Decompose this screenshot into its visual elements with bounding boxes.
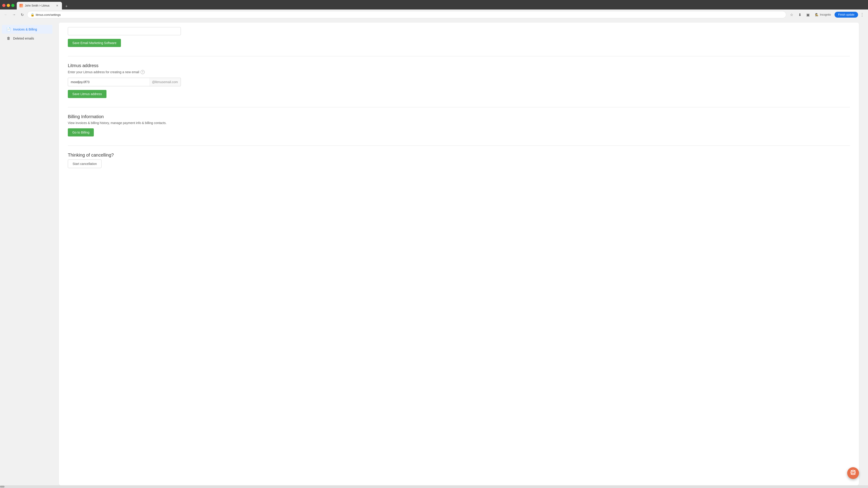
active-tab[interactable]: John Smith > Litmus ✕ <box>17 2 62 9</box>
litmus-address-suffix: @litmusemail.com <box>149 78 181 86</box>
forward-button[interactable]: → <box>11 11 17 18</box>
toolbar-actions: ☆ ⬇ ▣ 🕵 Incognito Finish update ⋮ <box>788 11 865 18</box>
title-bar: John Smith > Litmus ✕ + <box>0 0 868 9</box>
lock-icon: 🔒 <box>31 13 34 17</box>
litmus-address-description: Enter your Litmus address for creating a… <box>68 70 850 74</box>
litmus-address-input[interactable] <box>68 78 149 86</box>
litmus-address-section: Litmus address Enter your Litmus address… <box>68 63 850 98</box>
new-tab-button[interactable]: + <box>63 3 70 9</box>
maximize-window-button[interactable] <box>11 4 14 7</box>
svg-point-1 <box>852 471 854 474</box>
divider-1 <box>68 56 850 56</box>
divider-3 <box>68 145 850 146</box>
download-button[interactable]: ⬇ <box>796 11 803 18</box>
sidebar-item-invoices-billing[interactable]: 📄 Invoices & Billing <box>2 25 53 34</box>
top-section: Save Email Marketing Software <box>68 27 850 47</box>
main-content: Save Email Marketing Software Litmus add… <box>59 23 859 485</box>
tab-favicon <box>20 4 23 7</box>
start-cancellation-button[interactable]: Start cancellation <box>68 160 101 168</box>
save-email-marketing-button[interactable]: Save Email Marketing Software <box>68 39 121 47</box>
page-layout: 📄 Invoices & Billing 🗑 Deleted emails Sa… <box>0 20 868 488</box>
more-options-button[interactable]: ⋮ <box>859 11 865 18</box>
cancellation-section: Thinking of cancelling? Start cancellati… <box>68 153 850 168</box>
tab-bar: John Smith > Litmus ✕ + <box>17 1 866 9</box>
window-controls <box>2 4 14 7</box>
sidebar-item-deleted-emails[interactable]: 🗑 Deleted emails <box>2 34 53 43</box>
go-to-billing-button[interactable]: Go to Billing <box>68 128 94 136</box>
support-widget[interactable] <box>847 467 859 479</box>
address-bar[interactable]: 🔒 litmus.com/settings <box>27 11 786 18</box>
incognito-icon: 🕵 <box>815 13 818 16</box>
billing-information-title: Billing Information <box>68 114 850 119</box>
address-bar-row: ← → ↻ 🔒 litmus.com/settings ☆ ⬇ ▣ 🕵 Inco… <box>0 9 868 20</box>
browser-chrome: John Smith > Litmus ✕ + ← → ↻ 🔒 litmus.c… <box>0 0 868 20</box>
top-input-field[interactable] <box>68 27 181 35</box>
sidebar-invoices-billing-label: Invoices & Billing <box>13 28 37 31</box>
litmus-address-input-row: @litmusemail.com <box>68 78 181 86</box>
invoices-billing-icon: 📄 <box>6 27 11 31</box>
cancellation-title: Thinking of cancelling? <box>68 153 850 158</box>
sidebar-deleted-emails-label: Deleted emails <box>13 37 34 40</box>
tab-close-button[interactable]: ✕ <box>55 4 59 8</box>
billing-information-desc: View invoices & billing history, manage … <box>68 121 850 125</box>
litmus-address-title: Litmus address <box>68 63 850 68</box>
sidebar: 📄 Invoices & Billing 🗑 Deleted emails <box>0 20 54 488</box>
help-icon[interactable]: ? <box>141 70 145 74</box>
billing-information-section: Billing Information View invoices & bill… <box>68 114 850 136</box>
tab-search-button[interactable]: ▣ <box>804 11 811 18</box>
deleted-emails-icon: 🗑 <box>6 36 11 40</box>
incognito-button[interactable]: 🕵 Incognito <box>812 12 834 17</box>
minimize-window-button[interactable] <box>7 4 10 7</box>
horizontal-scrollbar[interactable] <box>0 485 868 488</box>
close-window-button[interactable] <box>2 4 5 7</box>
save-litmus-address-button[interactable]: Save Litmus address <box>68 90 106 98</box>
scroll-thumb <box>0 486 4 488</box>
tab-title: John Smith > Litmus <box>25 4 53 7</box>
incognito-label: Incognito <box>820 13 831 16</box>
litmus-address-desc-text: Enter your Litmus address for creating a… <box>68 70 139 74</box>
reload-button[interactable]: ↻ <box>19 11 25 18</box>
support-icon <box>850 469 856 477</box>
back-button[interactable]: ← <box>3 11 9 18</box>
url-text: litmus.com/settings <box>36 13 783 17</box>
bookmark-button[interactable]: ☆ <box>788 11 795 18</box>
finish-update-button[interactable]: Finish update <box>835 12 858 18</box>
divider-2 <box>68 107 850 107</box>
